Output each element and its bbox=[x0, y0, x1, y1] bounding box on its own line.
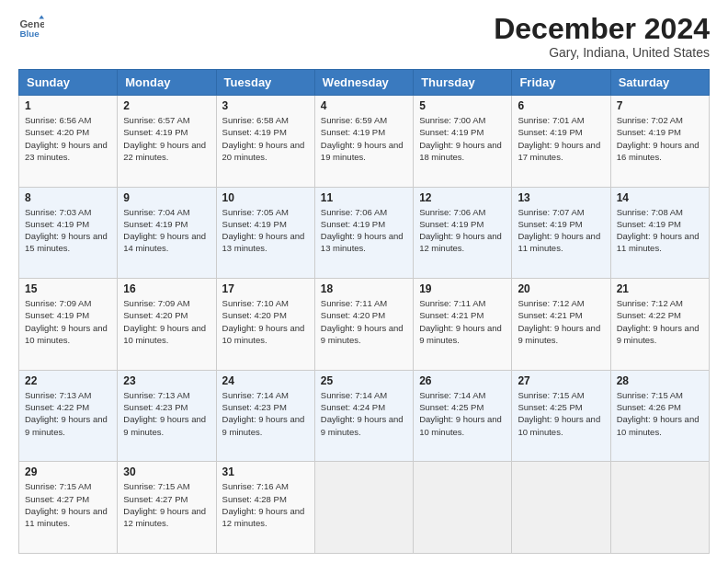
day-info: Sunrise: 7:05 AMSunset: 4:19 PMDaylight:… bbox=[222, 207, 305, 254]
day-info: Sunrise: 7:11 AMSunset: 4:21 PMDaylight:… bbox=[419, 298, 502, 345]
calendar-cell: 29Sunrise: 7:15 AMSunset: 4:27 PMDayligh… bbox=[19, 462, 118, 554]
day-number: 27 bbox=[518, 374, 604, 387]
day-info: Sunrise: 6:59 AMSunset: 4:19 PMDaylight:… bbox=[321, 115, 404, 162]
day-info: Sunrise: 7:12 AMSunset: 4:22 PMDaylight:… bbox=[617, 298, 700, 345]
day-number: 29 bbox=[25, 465, 111, 478]
month-title: December 2024 bbox=[494, 14, 710, 43]
calendar-cell: 31Sunrise: 7:16 AMSunset: 4:28 PMDayligh… bbox=[216, 462, 314, 554]
calendar-cell: 10Sunrise: 7:05 AMSunset: 4:19 PMDayligh… bbox=[216, 187, 314, 279]
calendar-cell: 2Sunrise: 6:57 AMSunset: 4:19 PMDaylight… bbox=[118, 96, 216, 188]
calendar-cell: 24Sunrise: 7:14 AMSunset: 4:23 PMDayligh… bbox=[216, 370, 314, 462]
day-number: 12 bbox=[419, 191, 506, 204]
day-number: 11 bbox=[321, 191, 407, 204]
calendar-cell: 11Sunrise: 7:06 AMSunset: 4:19 PMDayligh… bbox=[314, 187, 413, 279]
day-number: 19 bbox=[419, 282, 506, 295]
day-info: Sunrise: 7:11 AMSunset: 4:20 PMDaylight:… bbox=[321, 298, 404, 345]
weekday-header-thursday: Thursday bbox=[414, 70, 512, 96]
day-number: 9 bbox=[123, 191, 210, 204]
day-number: 16 bbox=[123, 282, 210, 295]
calendar-cell: 8Sunrise: 7:03 AMSunset: 4:19 PMDaylight… bbox=[19, 187, 118, 279]
day-number: 13 bbox=[518, 191, 604, 204]
calendar-cell: 28Sunrise: 7:15 AMSunset: 4:26 PMDayligh… bbox=[610, 370, 709, 462]
day-info: Sunrise: 7:00 AMSunset: 4:19 PMDaylight:… bbox=[419, 115, 502, 162]
calendar-cell: 13Sunrise: 7:07 AMSunset: 4:19 PMDayligh… bbox=[512, 187, 610, 279]
day-info: Sunrise: 7:15 AMSunset: 4:25 PMDaylight:… bbox=[518, 390, 600, 437]
day-info: Sunrise: 7:06 AMSunset: 4:19 PMDaylight:… bbox=[419, 207, 502, 254]
day-info: Sunrise: 7:10 AMSunset: 4:20 PMDaylight:… bbox=[222, 298, 305, 345]
title-area: December 2024 Gary, Indiana, United Stat… bbox=[494, 14, 710, 60]
day-number: 30 bbox=[123, 465, 210, 478]
day-info: Sunrise: 7:13 AMSunset: 4:22 PMDaylight:… bbox=[25, 390, 108, 437]
weekday-header-saturday: Saturday bbox=[610, 70, 709, 96]
calendar-cell: 19Sunrise: 7:11 AMSunset: 4:21 PMDayligh… bbox=[414, 279, 512, 371]
day-info: Sunrise: 7:16 AMSunset: 4:28 PMDaylight:… bbox=[222, 481, 305, 528]
day-number: 10 bbox=[222, 191, 309, 204]
calendar-cell: 1Sunrise: 6:56 AMSunset: 4:20 PMDaylight… bbox=[19, 96, 118, 188]
calendar-cell: 14Sunrise: 7:08 AMSunset: 4:19 PMDayligh… bbox=[610, 187, 709, 279]
logo: General Blue bbox=[18, 14, 44, 40]
calendar-cell: 12Sunrise: 7:06 AMSunset: 4:19 PMDayligh… bbox=[414, 187, 512, 279]
weekday-header-monday: Monday bbox=[118, 70, 216, 96]
location: Gary, Indiana, United States bbox=[494, 45, 710, 60]
day-info: Sunrise: 6:56 AMSunset: 4:20 PMDaylight:… bbox=[25, 115, 108, 162]
calendar-cell: 9Sunrise: 7:04 AMSunset: 4:19 PMDaylight… bbox=[118, 187, 216, 279]
day-info: Sunrise: 7:07 AMSunset: 4:19 PMDaylight:… bbox=[518, 207, 600, 254]
day-number: 7 bbox=[617, 99, 703, 112]
day-info: Sunrise: 7:12 AMSunset: 4:21 PMDaylight:… bbox=[518, 298, 600, 345]
day-info: Sunrise: 7:01 AMSunset: 4:19 PMDaylight:… bbox=[518, 115, 600, 162]
calendar-cell: 23Sunrise: 7:13 AMSunset: 4:23 PMDayligh… bbox=[118, 370, 216, 462]
day-number: 17 bbox=[222, 282, 309, 295]
day-number: 24 bbox=[222, 374, 309, 387]
calendar-cell bbox=[414, 462, 512, 554]
day-number: 14 bbox=[617, 191, 703, 204]
day-info: Sunrise: 7:14 AMSunset: 4:24 PMDaylight:… bbox=[321, 390, 404, 437]
logo-icon: General Blue bbox=[18, 14, 44, 40]
day-number: 31 bbox=[222, 465, 309, 478]
calendar-cell: 5Sunrise: 7:00 AMSunset: 4:19 PMDaylight… bbox=[414, 96, 512, 188]
day-number: 28 bbox=[617, 374, 703, 387]
week-row-2: 8Sunrise: 7:03 AMSunset: 4:19 PMDaylight… bbox=[19, 187, 710, 279]
day-number: 23 bbox=[123, 374, 210, 387]
day-info: Sunrise: 7:04 AMSunset: 4:19 PMDaylight:… bbox=[123, 207, 206, 254]
weekday-header-sunday: Sunday bbox=[19, 70, 118, 96]
day-number: 26 bbox=[419, 374, 506, 387]
day-number: 22 bbox=[25, 374, 111, 387]
day-number: 2 bbox=[123, 99, 210, 112]
header: General Blue December 2024 Gary, Indiana… bbox=[18, 14, 710, 60]
week-row-3: 15Sunrise: 7:09 AMSunset: 4:19 PMDayligh… bbox=[19, 279, 710, 371]
day-info: Sunrise: 7:15 AMSunset: 4:26 PMDaylight:… bbox=[617, 390, 700, 437]
day-info: Sunrise: 7:06 AMSunset: 4:19 PMDaylight:… bbox=[321, 207, 404, 254]
calendar-table: SundayMondayTuesdayWednesdayThursdayFrid… bbox=[18, 69, 710, 554]
svg-text:Blue: Blue bbox=[19, 29, 40, 39]
calendar-cell: 4Sunrise: 6:59 AMSunset: 4:19 PMDaylight… bbox=[314, 96, 413, 188]
day-info: Sunrise: 7:14 AMSunset: 4:25 PMDaylight:… bbox=[419, 390, 502, 437]
svg-marker-2 bbox=[39, 15, 44, 18]
day-number: 21 bbox=[617, 282, 703, 295]
day-info: Sunrise: 7:09 AMSunset: 4:20 PMDaylight:… bbox=[123, 298, 206, 345]
calendar-cell: 21Sunrise: 7:12 AMSunset: 4:22 PMDayligh… bbox=[610, 279, 709, 371]
calendar-cell: 25Sunrise: 7:14 AMSunset: 4:24 PMDayligh… bbox=[314, 370, 413, 462]
calendar-cell: 18Sunrise: 7:11 AMSunset: 4:20 PMDayligh… bbox=[314, 279, 413, 371]
calendar-cell: 26Sunrise: 7:14 AMSunset: 4:25 PMDayligh… bbox=[414, 370, 512, 462]
calendar-cell: 20Sunrise: 7:12 AMSunset: 4:21 PMDayligh… bbox=[512, 279, 610, 371]
calendar-cell: 16Sunrise: 7:09 AMSunset: 4:20 PMDayligh… bbox=[118, 279, 216, 371]
week-row-5: 29Sunrise: 7:15 AMSunset: 4:27 PMDayligh… bbox=[19, 462, 710, 554]
day-info: Sunrise: 6:58 AMSunset: 4:19 PMDaylight:… bbox=[222, 115, 305, 162]
day-number: 6 bbox=[518, 99, 604, 112]
calendar-cell: 27Sunrise: 7:15 AMSunset: 4:25 PMDayligh… bbox=[512, 370, 610, 462]
day-info: Sunrise: 7:08 AMSunset: 4:19 PMDaylight:… bbox=[617, 207, 700, 254]
calendar-cell: 7Sunrise: 7:02 AMSunset: 4:19 PMDaylight… bbox=[610, 96, 709, 188]
day-number: 15 bbox=[25, 282, 111, 295]
day-info: Sunrise: 7:13 AMSunset: 4:23 PMDaylight:… bbox=[123, 390, 206, 437]
week-row-4: 22Sunrise: 7:13 AMSunset: 4:22 PMDayligh… bbox=[19, 370, 710, 462]
calendar-cell bbox=[512, 462, 610, 554]
day-number: 8 bbox=[25, 191, 111, 204]
day-number: 20 bbox=[518, 282, 604, 295]
calendar-cell: 15Sunrise: 7:09 AMSunset: 4:19 PMDayligh… bbox=[19, 279, 118, 371]
day-number: 5 bbox=[419, 99, 506, 112]
day-number: 3 bbox=[222, 99, 309, 112]
week-row-1: 1Sunrise: 6:56 AMSunset: 4:20 PMDaylight… bbox=[19, 96, 710, 188]
calendar-cell: 17Sunrise: 7:10 AMSunset: 4:20 PMDayligh… bbox=[216, 279, 314, 371]
calendar-cell: 6Sunrise: 7:01 AMSunset: 4:19 PMDaylight… bbox=[512, 96, 610, 188]
day-number: 18 bbox=[321, 282, 407, 295]
